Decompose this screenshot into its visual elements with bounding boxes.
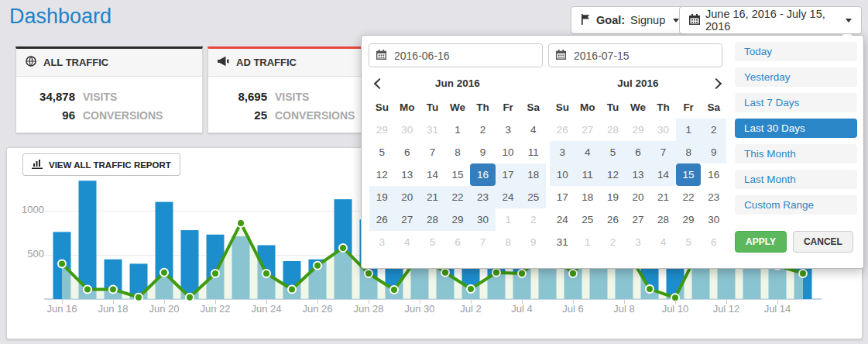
- calendar-day[interactable]: 27: [626, 208, 651, 231]
- calendar-day[interactable]: 7: [650, 141, 676, 163]
- calendar-day[interactable]: 31: [550, 231, 575, 253]
- end-date-field[interactable]: [548, 43, 722, 67]
- calendar-day[interactable]: 6: [701, 231, 726, 253]
- calendar-day[interactable]: 9: [520, 231, 546, 253]
- calendar-day[interactable]: 5: [420, 231, 445, 253]
- calendar-day[interactable]: 4: [575, 141, 601, 163]
- calendar-day[interactable]: 2: [520, 208, 546, 231]
- calendar-day[interactable]: 23: [701, 186, 726, 208]
- calendar-day[interactable]: 10: [550, 163, 575, 186]
- view-all-traffic-report-button[interactable]: VIEW ALL TRAFFIC REPORT: [22, 153, 180, 176]
- calendar-day[interactable]: 1: [445, 119, 471, 141]
- calendar-day[interactable]: 17: [496, 163, 521, 186]
- calendar-day[interactable]: 21: [650, 186, 676, 208]
- calendar-day[interactable]: 14: [420, 163, 445, 186]
- calendar-day[interactable]: 26: [550, 119, 575, 141]
- start-date-input[interactable]: [393, 49, 535, 63]
- calendar-day[interactable]: 29: [445, 208, 471, 231]
- calendar-day[interactable]: 25: [575, 208, 601, 231]
- calendar-day[interactable]: 26: [369, 208, 395, 231]
- calendar-day[interactable]: 30: [701, 208, 726, 231]
- calendar-day[interactable]: 3: [369, 231, 395, 253]
- calendar-day[interactable]: 18: [520, 163, 546, 186]
- calendar-day[interactable]: 28: [600, 119, 626, 141]
- calendar-day[interactable]: 18: [575, 186, 601, 208]
- calendar-day[interactable]: 20: [626, 186, 651, 208]
- calendar-day[interactable]: 23: [470, 186, 496, 208]
- calendar-day[interactable]: 31: [420, 119, 445, 141]
- calendar-day[interactable]: 19: [369, 186, 395, 208]
- calendar-day[interactable]: 16: [470, 163, 496, 186]
- calendar-day[interactable]: 26: [600, 208, 626, 231]
- calendar-day[interactable]: 1: [496, 208, 521, 231]
- calendar-day[interactable]: 27: [395, 208, 420, 231]
- chevron-right-icon[interactable]: [711, 78, 722, 89]
- calendar-day[interactable]: 3: [550, 141, 575, 163]
- range-option-yesterday[interactable]: Yesterday: [735, 67, 857, 87]
- goal-selector-button[interactable]: Goal: Signup: [571, 6, 689, 34]
- range-option-last-30-days[interactable]: Last 30 Days: [735, 119, 857, 138]
- calendar-day[interactable]: 15: [445, 163, 471, 186]
- calendar-day[interactable]: 28: [650, 208, 676, 231]
- calendar-day[interactable]: 28: [420, 208, 445, 231]
- calendar-day[interactable]: 3: [496, 119, 521, 141]
- calendar-day[interactable]: 22: [676, 186, 702, 208]
- calendar-day[interactable]: 13: [395, 163, 420, 186]
- calendar-day[interactable]: 20: [395, 186, 420, 208]
- calendar-day[interactable]: 27: [575, 119, 601, 141]
- calendar-day[interactable]: 29: [369, 119, 395, 141]
- calendar-day[interactable]: 6: [395, 141, 420, 163]
- start-date-field[interactable]: [369, 43, 543, 67]
- calendar-day[interactable]: 11: [575, 163, 601, 186]
- calendar-day[interactable]: 12: [369, 163, 395, 186]
- calendar-day[interactable]: 5: [369, 141, 395, 163]
- calendar-day[interactable]: 29: [676, 208, 702, 231]
- calendar-day[interactable]: 5: [600, 141, 626, 163]
- calendar-day[interactable]: 1: [575, 231, 601, 253]
- chevron-left-icon[interactable]: [374, 78, 385, 89]
- calendar-day[interactable]: 6: [626, 141, 651, 163]
- calendar-day[interactable]: 29: [626, 119, 651, 141]
- calendar-day[interactable]: 25: [520, 186, 546, 208]
- calendar-day[interactable]: 22: [445, 186, 471, 208]
- calendar-day[interactable]: 30: [470, 208, 496, 231]
- calendar-day[interactable]: 15: [676, 163, 702, 186]
- calendar-day[interactable]: 30: [395, 119, 420, 141]
- range-option-today[interactable]: Today: [735, 42, 857, 61]
- calendar-day[interactable]: 30: [650, 119, 676, 141]
- calendar-day[interactable]: 24: [550, 208, 575, 231]
- calendar-day[interactable]: 14: [650, 163, 676, 186]
- calendar-day[interactable]: 8: [496, 231, 521, 253]
- calendar-day[interactable]: 16: [701, 163, 726, 186]
- calendar-day[interactable]: 17: [550, 186, 575, 208]
- calendar-day[interactable]: 11: [520, 141, 546, 163]
- apply-button[interactable]: APPLY: [735, 231, 787, 253]
- calendar-day[interactable]: 10: [496, 141, 521, 163]
- calendar-day[interactable]: 2: [600, 231, 626, 253]
- range-option-last-7-days[interactable]: Last 7 Days: [735, 93, 857, 112]
- calendar-day[interactable]: 21: [420, 186, 445, 208]
- calendar-day[interactable]: 9: [470, 141, 496, 163]
- range-option-custom-range[interactable]: Custom Range: [735, 195, 857, 215]
- calendar-day[interactable]: 13: [626, 163, 651, 186]
- calendar-day[interactable]: 3: [626, 231, 651, 253]
- calendar-day[interactable]: 19: [600, 186, 626, 208]
- cancel-button[interactable]: CANCEL: [793, 231, 853, 253]
- calendar-day[interactable]: 2: [470, 119, 496, 141]
- calendar-day[interactable]: 7: [470, 231, 496, 253]
- calendar-day[interactable]: 4: [520, 119, 546, 141]
- end-date-input[interactable]: [572, 49, 715, 63]
- calendar-day[interactable]: 9: [701, 141, 726, 163]
- calendar-day[interactable]: 8: [676, 141, 702, 163]
- date-range-button[interactable]: June 16, 2016 - July 15, 2016: [679, 6, 862, 34]
- range-option-this-month[interactable]: This Month: [735, 144, 857, 163]
- calendar-day[interactable]: 4: [650, 231, 676, 253]
- calendar-day[interactable]: 6: [445, 231, 471, 253]
- calendar-day[interactable]: 12: [600, 163, 626, 186]
- calendar-day[interactable]: 24: [496, 186, 521, 208]
- range-option-last-month[interactable]: Last Month: [735, 170, 857, 189]
- calendar-day[interactable]: 5: [676, 231, 702, 253]
- calendar-day[interactable]: 1: [676, 119, 702, 141]
- calendar-day[interactable]: 7: [420, 141, 445, 163]
- calendar-day[interactable]: 2: [701, 119, 726, 141]
